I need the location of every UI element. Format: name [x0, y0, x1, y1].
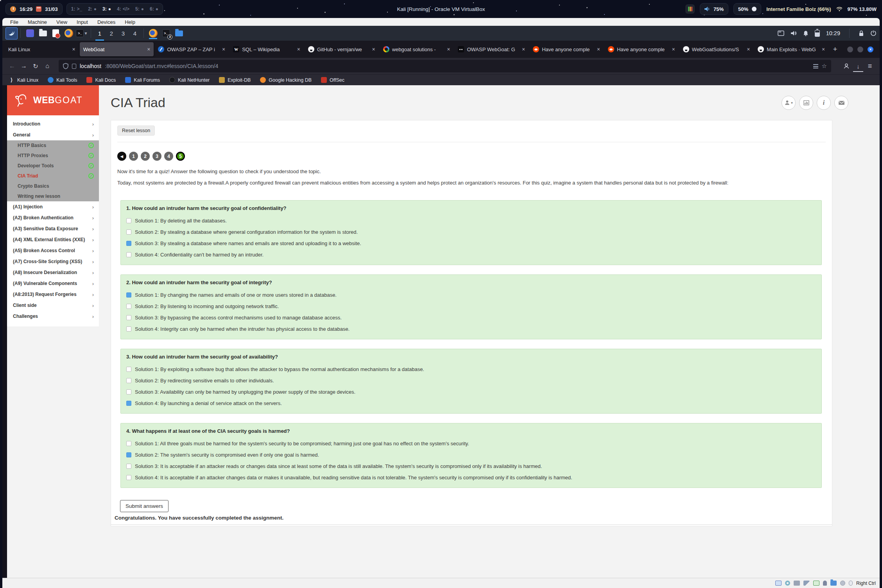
browser-tab-4[interactable]: WSQL – Wikipedia×	[229, 42, 304, 56]
sidebar-item-crypto-basics[interactable]: Crypto Basics	[7, 181, 99, 191]
question-4-option-1[interactable]: Solution 1: All three goals must be harm…	[126, 439, 816, 448]
sidebar-item-general[interactable]: General›	[7, 129, 99, 140]
logout-icon[interactable]	[870, 30, 877, 36]
vm-optical-disc-icon[interactable]	[785, 581, 790, 586]
question-1-option-2[interactable]: Solution 2: By stealing a database where…	[126, 228, 816, 236]
bookmark-offsec[interactable]: OffSec	[321, 77, 344, 83]
vm-harddisk-icon[interactable]	[794, 581, 800, 586]
checkbox[interactable]	[126, 326, 131, 332]
window-app-button[interactable]	[24, 28, 36, 39]
home-button[interactable]: ⌂	[41, 60, 53, 72]
checkbox[interactable]	[126, 475, 131, 480]
bookmark-kali[interactable]: ⟩Kali Linux	[9, 77, 38, 83]
sidebar-item--a8-2013-request-forgeries[interactable]: (A8:2013) Request Forgeries›	[7, 289, 99, 300]
pager-page-3[interactable]: 3	[152, 152, 161, 161]
file-manager-button[interactable]	[37, 28, 48, 39]
bookmark-ghdb[interactable]: Google Hacking DB	[260, 77, 312, 83]
close-tab-icon[interactable]: ×	[522, 46, 525, 52]
sidebar-item--a9-vulnerable-components[interactable]: (A9) Vulnerable Components›	[7, 278, 99, 289]
host-network-label[interactable]: Internet Familie Bolz (66%)	[766, 6, 831, 12]
vm-recording-icon[interactable]	[840, 581, 845, 586]
bookmark-exploitdb[interactable]: Exploit-DB	[219, 77, 251, 83]
checkbox[interactable]	[126, 252, 131, 257]
checkbox[interactable]	[126, 218, 131, 223]
downloads-icon[interactable]: ↓	[852, 60, 864, 72]
browser-tab-10[interactable]: WebGoatSolutions/S×	[679, 42, 754, 56]
sidebar-item-introduction[interactable]: Introduction›	[7, 118, 99, 129]
vbox-menu-file[interactable]: File	[5, 19, 23, 25]
sidebar-item--a1-injection[interactable]: (A1) Injection›	[7, 201, 99, 212]
close-tab-icon[interactable]: ×	[822, 46, 825, 52]
host-workspace-5[interactable]: 5:●	[135, 6, 144, 12]
question-4-option-3[interactable]: Solution 3: It is acceptable if an attac…	[126, 462, 816, 470]
pager-page-5[interactable]: 5	[176, 152, 185, 161]
browser-tab-9[interactable]: Have anyone comple×	[604, 42, 679, 56]
sidebar-item--a7-cross-site-scripting-xss-[interactable]: (A7) Cross-Site Scripting (XSS)›	[7, 256, 99, 267]
browser-tab-11[interactable]: Main Exploits · WebG×	[754, 42, 828, 56]
workspace-button-2[interactable]: 2	[106, 26, 117, 41]
battery-icon[interactable]	[815, 30, 820, 37]
host-workspace-2[interactable]: 2:●	[88, 6, 97, 12]
checkbox-checked[interactable]	[126, 292, 131, 298]
vm-display-icon[interactable]	[775, 581, 782, 586]
pager-page-4[interactable]: 4	[164, 152, 173, 161]
submit-answers-button[interactable]: Submit answers	[120, 500, 169, 512]
sidebar-item--a8-insecure-deserialization[interactable]: (A8) Insecure Deserialization›	[7, 267, 99, 278]
close-tab-icon[interactable]: ×	[372, 46, 375, 52]
sidebar-item-http-proxies[interactable]: HTTP Proxies✓	[7, 151, 99, 161]
vm-usb-icon[interactable]	[823, 581, 827, 586]
vbox-menu-devices[interactable]: Devices	[93, 19, 120, 25]
question-4-option-2[interactable]: Solution 2: The system's security is com…	[126, 451, 816, 459]
sidebar-item-client-side[interactable]: Client side›	[7, 300, 99, 311]
bookmark-forums[interactable]: Kali Forums	[125, 77, 160, 83]
checkbox[interactable]	[126, 304, 131, 309]
sidebar-item-challenges[interactable]: Challenges›	[7, 311, 99, 322]
volume-icon[interactable]	[791, 30, 797, 36]
user-menu-button[interactable]: ▾	[782, 96, 796, 110]
sidebar-item--a4-xml-external-entities-xxe-[interactable]: (A4) XML External Entities (XXE)›	[7, 234, 99, 245]
url-bar[interactable]: localhost:8080/WebGoat/start.mvc#lesson/…	[59, 60, 831, 72]
menu-icon[interactable]: ≡	[864, 60, 876, 72]
question-2-option-4[interactable]: Solution 4: Integrity can only be harmed…	[126, 325, 816, 333]
workspace-button-4[interactable]: 4	[129, 26, 141, 41]
shield-icon[interactable]	[63, 63, 68, 69]
terminal-task-button[interactable]: >_3	[160, 28, 172, 39]
vbox-menu-help[interactable]: Help	[120, 19, 140, 25]
window-list-icon[interactable]	[778, 30, 784, 36]
question-3-option-4[interactable]: Solution 4: By launching a denial of ser…	[126, 399, 816, 407]
question-2-option-3[interactable]: Solution 3: By bypassing the access cont…	[126, 314, 816, 322]
forward-button[interactable]: →	[18, 60, 30, 72]
close-tab-icon[interactable]: ×	[222, 46, 225, 52]
vm-audio-icon[interactable]	[803, 581, 810, 586]
pager-back-button[interactable]: ◀	[117, 152, 126, 161]
close-tab-icon[interactable]: ×	[597, 46, 600, 52]
question-1-option-4[interactable]: Solution 4: Confidentiality can't be har…	[126, 251, 816, 259]
bookmark-star-icon[interactable]: ☆	[822, 63, 827, 70]
sidebar-item-writing-new-lesson[interactable]: Writing new lesson	[7, 191, 99, 201]
question-3-option-1[interactable]: Solution 1: By exploiting a software bug…	[126, 365, 816, 373]
browser-tab-2[interactable]: WebGoat×	[80, 42, 154, 56]
vm-network-icon[interactable]	[813, 581, 819, 586]
checkbox[interactable]	[126, 315, 131, 320]
bookmark-tools[interactable]: Kali Tools	[48, 77, 77, 83]
lock-screen-icon[interactable]	[859, 30, 864, 36]
host-workspace-4[interactable]: 4:</>	[117, 6, 129, 12]
workspace-button-3[interactable]: 3	[117, 26, 129, 41]
firefox-task-button[interactable]	[147, 28, 159, 39]
terminal-launcher-button[interactable]: >_▾	[76, 28, 87, 39]
notification-bell-icon[interactable]	[803, 30, 808, 36]
page-info-icon[interactable]	[72, 64, 76, 69]
text-editor-button[interactable]	[50, 28, 61, 39]
vm-shared-folders-icon[interactable]	[830, 581, 837, 586]
close-tab-icon[interactable]: ×	[147, 46, 150, 52]
bookmark-nethunter[interactable]: Kali NetHunter	[169, 77, 210, 83]
checkbox-checked[interactable]	[126, 452, 131, 457]
pager-page-1[interactable]: 1	[129, 152, 138, 161]
sidebar-item-developer-tools[interactable]: Developer Tools✓	[7, 161, 99, 171]
question-3-option-3[interactable]: Solution 3: Availability can only be har…	[126, 388, 816, 396]
sidebar-item--a3-sensitive-data-exposure[interactable]: (A3) Sensitive Data Exposure›	[7, 223, 99, 234]
question-1-option-3[interactable]: Solution 3: By stealing a database where…	[126, 239, 816, 247]
checkbox[interactable]	[126, 378, 131, 383]
bookmark-docs[interactable]: Kali Docs	[86, 77, 116, 83]
back-button[interactable]: ←	[6, 60, 18, 72]
